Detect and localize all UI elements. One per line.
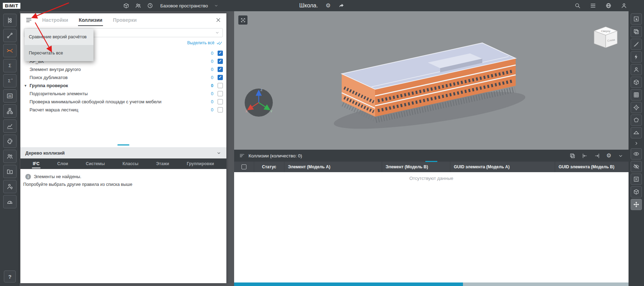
tree-tab-classes[interactable]: Классы (122, 159, 139, 168)
search-icon[interactable] (574, 2, 581, 9)
select-all-link[interactable]: Выделить всё (187, 40, 214, 45)
column-guid-b[interactable]: GUID элемента (Модель B) (555, 162, 629, 172)
help-button[interactable]: ? (4, 271, 16, 282)
package-icon[interactable] (123, 2, 129, 9)
topbar-right-icons (574, 2, 627, 9)
rule-checkbox[interactable] (218, 67, 223, 72)
viewport-3d[interactable]: X Y Z Сверху Слева Коллизии (количество: (234, 11, 629, 286)
title-group: Школа. ⚙ (299, 2, 344, 9)
2d-icon: 2D (6, 92, 13, 99)
calculations-add-button[interactable]: Σ+ (3, 74, 17, 87)
copy-icon[interactable] (569, 153, 575, 159)
polygon-select-button[interactable] (631, 115, 642, 126)
column-element-b[interactable]: Элемент (Модель B) (382, 162, 450, 172)
tab-checks[interactable]: Проверки (112, 14, 137, 26)
rule-row[interactable]: Подозрительные элементы 0 (20, 90, 226, 98)
move-gizmo-button[interactable] (631, 199, 642, 210)
scroll-indicator[interactable] (117, 144, 129, 145)
hide-element-button[interactable] (631, 161, 642, 172)
tree-tab-layers[interactable]: Слои (57, 159, 69, 168)
charts-button[interactable] (3, 119, 17, 133)
model-cube-button[interactable] (631, 186, 642, 197)
align-left-icon[interactable] (582, 153, 588, 159)
viewport-home-button[interactable] (238, 15, 247, 25)
person-view-button[interactable] (631, 64, 642, 75)
tree-tab-floors[interactable]: Этажи (155, 159, 170, 168)
expand-arrow-icon[interactable]: ▼ (24, 84, 30, 87)
person-location-button[interactable] (3, 180, 17, 193)
column-element-a[interactable]: Элемент (Модель A) (284, 162, 382, 172)
collision-tree-header[interactable]: Дерево коллизий (20, 147, 226, 158)
calculations-button[interactable]: Σ (3, 59, 17, 72)
rule-checkbox[interactable] (218, 59, 223, 64)
rule-checkbox[interactable] (218, 107, 223, 112)
panel-menu-icon[interactable] (25, 17, 32, 24)
close-icon[interactable] (215, 17, 221, 23)
column-guid-a[interactable]: GUID элемента (Модель A) (450, 162, 555, 172)
align-right-icon[interactable] (594, 153, 600, 159)
tree-tab-ifc[interactable]: IFC (32, 159, 40, 168)
isolate-element-button[interactable] (631, 174, 642, 185)
rule-group-row[interactable]: ▼ Группа проверок 0 (20, 82, 226, 90)
shared-projects-button[interactable] (3, 165, 17, 178)
section-plane-button[interactable] (631, 127, 642, 138)
view-cube[interactable]: Сверху Слева (592, 25, 619, 49)
tree-tab-groups[interactable]: Группировки (186, 159, 214, 168)
settings-icon[interactable]: ⚙ (606, 153, 611, 158)
chevron-down-icon[interactable] (214, 3, 219, 8)
rule-checkbox[interactable] (218, 91, 223, 96)
list-icon[interactable] (590, 2, 596, 9)
team-icon[interactable] (135, 2, 141, 9)
gear-icon[interactable]: ⚙ (326, 3, 330, 8)
team-panel-button[interactable] (3, 150, 17, 163)
column-status[interactable]: Статус (254, 162, 284, 172)
rule-row[interactable]: Расчет марша лестниц 0 (20, 106, 226, 114)
person-icon (633, 66, 639, 73)
collisions-button[interactable] (3, 44, 17, 57)
rule-checkbox[interactable] (218, 83, 223, 88)
collapse-chevron-icon[interactable] (633, 141, 639, 146)
axis-gizmo[interactable]: X Y Z (242, 86, 276, 119)
share-icon[interactable] (339, 2, 345, 9)
routes-button[interactable] (3, 29, 17, 42)
hierarchy-button[interactable] (3, 104, 17, 118)
axis-y-label: Y (270, 110, 272, 113)
select-area-button[interactable] (631, 13, 642, 25)
rule-row[interactable]: Проверка минимальной свободной площади с… (20, 98, 226, 106)
2d-view-button[interactable]: 2D (3, 89, 17, 103)
grid-table-button[interactable] (631, 89, 642, 100)
menu-item-compare-versions[interactable]: Сравнение версий расчётов (25, 29, 94, 45)
clash-point-button[interactable] (631, 51, 642, 63)
filter-list-icon[interactable] (239, 153, 245, 159)
panel-drag-handle[interactable] (425, 161, 437, 162)
plugins-button[interactable] (3, 135, 17, 148)
menu-item-recalculate-all[interactable]: Пересчитать все (25, 45, 94, 61)
focus-target-button[interactable] (631, 102, 642, 113)
rule-checkbox[interactable] (218, 75, 223, 80)
workspace-selector[interactable]: Базовое пространство (160, 3, 208, 8)
hierarchy-icon (6, 108, 13, 115)
rule-row[interactable]: Поиск дубликатов 0 (20, 73, 226, 82)
model-structure-button[interactable] (3, 14, 17, 27)
user-icon[interactable] (621, 2, 627, 9)
rule-checkbox[interactable] (218, 99, 223, 104)
tab-settings[interactable]: Настройки (41, 14, 69, 26)
measure-button[interactable] (631, 39, 642, 50)
rule-checkbox[interactable] (218, 51, 223, 56)
dashboard-button[interactable] (3, 195, 17, 208)
select-all-checkbox[interactable] (242, 164, 246, 169)
rule-count: 0 (211, 51, 213, 56)
chevron-down-icon[interactable] (216, 150, 221, 156)
section-box-button[interactable] (631, 77, 642, 88)
double-check-icon[interactable] (217, 40, 222, 46)
tab-collisions[interactable]: Коллизии (78, 14, 103, 26)
copy-layers-button[interactable] (631, 26, 642, 37)
chevron-down-icon[interactable] (618, 153, 624, 159)
globe-icon[interactable] (605, 2, 612, 9)
history-icon[interactable] (147, 2, 153, 9)
rule-row[interactable]: Элемент внутри другого 0 (20, 65, 226, 73)
tree-tab-systems[interactable]: Системы (85, 159, 105, 168)
sigma-icon: Σ (6, 62, 13, 69)
person-pin-icon (6, 183, 13, 190)
show-element-button[interactable] (631, 148, 642, 160)
